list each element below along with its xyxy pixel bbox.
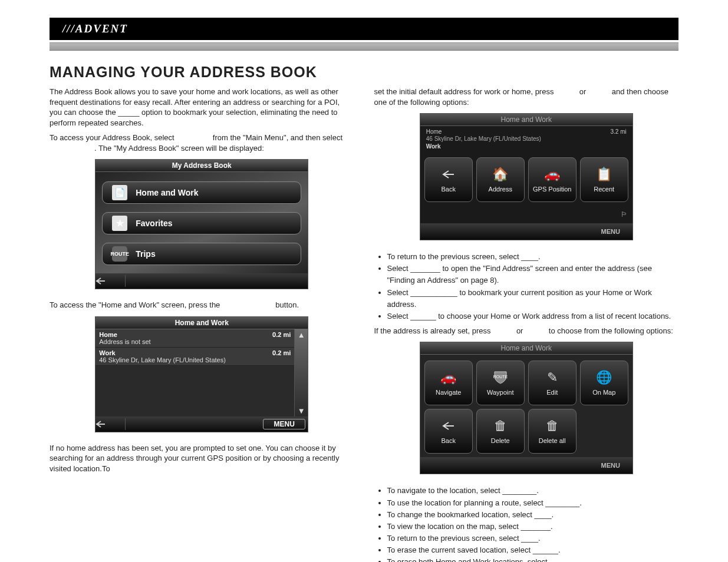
list-item: Select _______ to open the "Find Address…	[387, 263, 679, 286]
menu-home-and-work[interactable]: 📄 Home and Work	[102, 181, 301, 204]
label: Trips	[136, 249, 155, 259]
svg-text:ROUTE: ROUTE	[493, 375, 508, 379]
distance: 3.2 mi	[611, 128, 627, 135]
distance: 0.2 mi	[272, 349, 291, 356]
back-button[interactable]	[95, 418, 126, 430]
device-title: Home and Work	[420, 114, 633, 126]
list-item: To view the location on the map, select …	[387, 521, 679, 533]
scroll-down-icon[interactable]: ▼	[298, 406, 305, 415]
page-title: MANAGING YOUR ADDRESS BOOK	[50, 64, 678, 81]
list-item: To use the location for planning a route…	[387, 497, 679, 509]
already-set-paragraph: If the address is already set, press ___…	[374, 326, 679, 336]
delete-all-button[interactable]: 🗑 Delete all	[528, 409, 577, 454]
label: Address	[489, 186, 512, 193]
pencil-icon: ✎	[547, 370, 558, 385]
label: Waypoint	[487, 389, 513, 396]
no-home-paragraph: If no home address has been set, you are…	[50, 443, 354, 474]
edit-button[interactable]: ✎ Edit	[528, 361, 577, 405]
on-map-button[interactable]: 🌐 On Map	[580, 361, 628, 405]
label: Home	[426, 128, 442, 135]
distance: 0.2 mi	[272, 331, 291, 338]
list-item: To erase the current saved location, sel…	[387, 544, 679, 556]
back-arrow-icon	[95, 420, 106, 428]
scrollbar[interactable]: ▲ ▼	[294, 329, 308, 416]
waypoint-button[interactable]: ROUTE Waypoint	[476, 361, 525, 405]
list-item: Select ______ to choose your Home or Wor…	[387, 310, 679, 322]
blank: _____	[588, 87, 610, 96]
spacer	[580, 409, 628, 452]
label: Navigate	[436, 389, 461, 396]
car-icon: 🚗	[440, 370, 456, 385]
label: Home and Work	[136, 188, 198, 197]
hw-access-paragraph: To access the "Home and Work" screen, pr…	[50, 300, 354, 310]
label: Recent	[594, 186, 614, 193]
text: from the "Main Menu", and then select	[213, 133, 342, 142]
label: Back	[442, 437, 456, 444]
car-icon: 🚗	[544, 167, 560, 182]
list-icon: 📋	[596, 167, 612, 182]
blank: ____________	[222, 300, 274, 309]
scroll-up-icon[interactable]: ▲	[298, 330, 305, 339]
menu-button[interactable]: MENU	[592, 462, 629, 469]
text: To access the "Home and Work" screen, pr…	[50, 300, 222, 309]
text: . The "My Address Book" screen will be d…	[94, 144, 264, 153]
delete-button[interactable]: 🗑 Delete	[476, 409, 525, 454]
screenshot-set-address-options: Home and Work Home3.2 mi 46 Skyline Dr, …	[420, 113, 633, 240]
brand-bar: ///ADVENT	[50, 18, 678, 40]
sub-label: 46 Skyline Dr, Lake Mary (FL/United Stat…	[426, 135, 627, 143]
label: On Map	[592, 389, 615, 396]
list-item[interactable]: Home0.2 mi Address is not set	[95, 329, 294, 348]
text: To access your Address Book, select	[50, 133, 176, 142]
blank: _____	[556, 87, 577, 96]
menu-button[interactable]: MENU	[263, 419, 305, 429]
column-right: set the initial default address for work…	[374, 87, 679, 562]
text: If the address is already set, press	[374, 326, 493, 335]
device-title: Home and Work	[420, 342, 633, 355]
options-list-1: To return to the previous screen, select…	[387, 251, 679, 322]
options-list-2: To navigate to the location, select ____…	[387, 485, 679, 562]
info-panel: Home3.2 mi 46 Skyline Dr, Lake Mary (FL/…	[420, 126, 633, 151]
back-arrow-icon	[442, 167, 455, 182]
navigate-button[interactable]: 🚗 Navigate	[424, 361, 473, 405]
column-left: The Address Book allows you to save your…	[50, 87, 354, 562]
back-arrow-icon	[95, 277, 106, 285]
route-icon: ROUTE	[112, 246, 127, 262]
address-button[interactable]: 🏠 Address	[476, 157, 525, 202]
back-button[interactable]	[95, 275, 126, 287]
separator-bar	[50, 42, 678, 51]
text: button.	[275, 300, 299, 309]
flag-icon[interactable]: 🏳	[621, 210, 628, 219]
list-item: To return to the previous screen, select…	[387, 251, 679, 263]
route-shield-icon: ROUTE	[493, 370, 508, 385]
text: or	[516, 326, 525, 335]
trash-icon: 🗑	[494, 418, 507, 434]
screenshot-home-and-work-list: Home and Work Home0.2 mi Address is not …	[95, 316, 308, 432]
label: Home	[99, 331, 117, 338]
gps-position-button[interactable]: 🚗 GPS Position	[528, 157, 577, 202]
label: Delete all	[539, 437, 566, 444]
label: Edit	[546, 389, 558, 396]
back-button[interactable]: Back	[424, 409, 473, 454]
blank: _____	[525, 326, 546, 335]
blank: __________	[50, 144, 92, 153]
intro-paragraph: The Address Book allows you to save your…	[50, 87, 354, 128]
notepad-icon: 📄	[112, 185, 127, 200]
access-paragraph: To access your Address Book, select ____…	[50, 133, 354, 153]
menu-favorites[interactable]: ★ Favorites	[102, 212, 301, 234]
list-item: To change the bookmarked location, selec…	[387, 509, 679, 521]
device-title: Home and Work	[95, 317, 308, 329]
back-button[interactable]: Back	[424, 157, 473, 202]
house-icon: 🏠	[492, 167, 508, 182]
label: Back	[442, 186, 456, 193]
text: set the initial default address for work…	[374, 87, 556, 96]
list-item: Select ___________ to bookmark your curr…	[387, 287, 679, 310]
text: or	[579, 87, 588, 96]
label: Favorites	[136, 219, 172, 228]
label: Delete	[491, 437, 510, 444]
menu-button[interactable]: MENU	[592, 228, 629, 235]
label: GPS Position	[533, 186, 571, 193]
recent-button[interactable]: 📋 Recent	[580, 157, 628, 202]
menu-trips[interactable]: ROUTE Trips	[102, 243, 301, 265]
label: Work	[99, 349, 115, 356]
list-item[interactable]: Work0.2 mi 46 Skyline Dr, Lake Mary (FL/…	[95, 348, 294, 366]
